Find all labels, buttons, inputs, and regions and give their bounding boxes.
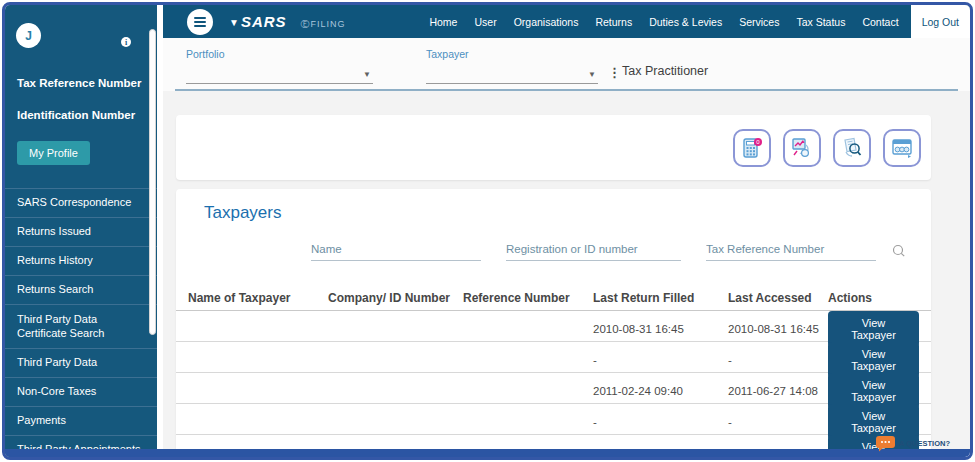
sidebar-item-third-party-data[interactable]: Third Party Data [5,349,157,378]
sars-wordmark: SARS [241,13,287,30]
sidebar-menu: SARS Correspondence Returns Issued Retur… [5,188,157,460]
portfolio-label: Portfolio [186,48,373,60]
cell-last-return: - [593,354,728,366]
table-row: 2010-08-31 16:45 2010-08-31 16:45 View T… [176,311,931,342]
avatar[interactable]: J [16,23,41,48]
header-company-id-number: Company/ ID Number [328,291,463,305]
chevron-down-icon: ▼ [363,70,371,79]
taxpayer-select[interactable]: Taxpayer ▼ [426,48,598,84]
header-name-of-taxpayer: Name of Taxpayer [188,291,328,305]
cell-last-accessed: 2011-06-27 14:08 [728,385,828,397]
nav-home[interactable]: Home [429,16,457,28]
cell-last-accessed: - [728,416,828,428]
sidebar-item-payments[interactable]: Payments [5,407,157,436]
name-search-input[interactable] [311,237,481,261]
efiling-wordmark: ⒺFILING [301,18,346,31]
sars-efiling-logo: ▼ SARS ⒺFILING [229,13,346,31]
sidebar-item-returns-issued[interactable]: Returns Issued [5,218,157,247]
sidebar-item-sars-correspondence[interactable]: SARS Correspondence [5,189,157,218]
nav-contact[interactable]: Contact [862,16,898,28]
nav-tax-status[interactable]: Tax Status [796,16,845,28]
header-last-return-filled: Last Return Filled [593,291,728,305]
portfolio-select[interactable]: Portfolio ▼ [186,48,373,84]
taxpayers-table: Name of Taxpayer Company/ ID Number Refe… [176,285,931,457]
main-area: ▼ SARS ⒺFILING Home User Organisations R… [163,5,970,457]
table-header-row: Name of Taxpayer Company/ ID Number Refe… [176,285,931,311]
tax-calculator-icon[interactable]: 0 [733,129,771,167]
logout-button[interactable]: Log Out [911,5,970,38]
info-icon[interactable]: i [121,37,131,47]
taxpayers-card: Taxpayers Name of Taxpayer [176,189,931,457]
taxpayers-title: Taxpayers [204,203,931,223]
cell-last-return: 2011-02-24 09:40 [593,385,728,397]
header-actions: Actions [828,291,919,305]
role-label: Tax Practitioner [622,64,708,78]
audit-search-icon[interactable] [833,129,871,167]
payments-icon[interactable] [883,129,921,167]
search-button[interactable] [891,243,907,259]
header-last-accessed: Last Accessed [728,291,828,305]
sars-chevron-icon: ▼ [229,17,239,28]
my-profile-button[interactable]: My Profile [17,141,90,165]
portfolio-bar: Portfolio ▼ Taxpayer ▼ ⋮ Tax Practitione… [163,38,970,91]
ask-question-label: A QUESTION? [899,439,950,448]
nav-services[interactable]: Services [739,16,779,28]
cell-last-return: 2010-08-31 16:45 [593,323,728,335]
sidebar-item-non-core-taxes[interactable]: Non-Core Taxes [5,378,157,407]
taxpayer-search-row [176,223,931,261]
registration-id-search-input[interactable] [506,237,681,261]
chevron-down-icon: ▼ [588,70,596,79]
nav-returns[interactable]: Returns [595,16,632,28]
search-icon [891,243,907,259]
content-area: 0 [163,91,970,457]
table-row: - - View Taxpayer [176,404,931,435]
sidebar-item-returns-history[interactable]: Returns History [5,247,157,276]
header-reference-number: Reference Number [463,291,593,305]
table-row: - - View Taxpayer [176,342,931,373]
statement-of-account-icon[interactable] [783,129,821,167]
nav-links: Home User Organisations Returns Duties &… [429,16,898,28]
nav-user[interactable]: User [474,16,496,28]
top-navigation: ▼ SARS ⒺFILING Home User Organisations R… [163,5,970,38]
sidebar: J i Tax Reference Number Identification … [5,5,157,457]
menu-icon[interactable] [187,9,213,35]
tax-reference-search-input[interactable] [706,237,876,261]
cell-last-accessed: - [728,354,828,366]
quick-icons-card: 0 [176,115,931,180]
chat-bubble-icon [874,435,896,452]
taxpayer-label: Taxpayer [426,48,598,60]
sidebar-item-returns-search[interactable]: Returns Search [5,276,157,305]
tax-reference-number-label: Tax Reference Number [17,77,141,89]
sidebar-scrollbar-thumb[interactable] [149,29,156,335]
nav-organisations[interactable]: Organisations [514,16,579,28]
nav-duties-levies[interactable]: Duties & Levies [649,16,722,28]
frame-bottom-bar [5,449,970,457]
cell-last-return: - [593,416,728,428]
sidebar-profile-panel: J i Tax Reference Number Identification … [5,5,157,188]
identification-number-label: Identification Number [17,109,135,121]
sidebar-item-third-party-data-certificate-search[interactable]: Third Party Data Certificate Search [5,305,157,349]
kebab-menu-icon[interactable]: ⋮ [608,65,621,80]
ask-question-widget[interactable]: A QUESTION? [874,435,950,452]
cell-last-accessed: 2010-08-31 16:45 [728,323,828,335]
table-row: 2011-02-24 09:40 2011-06-27 14:08 View T… [176,373,931,404]
app-window: J i Tax Reference Number Identification … [2,2,973,460]
